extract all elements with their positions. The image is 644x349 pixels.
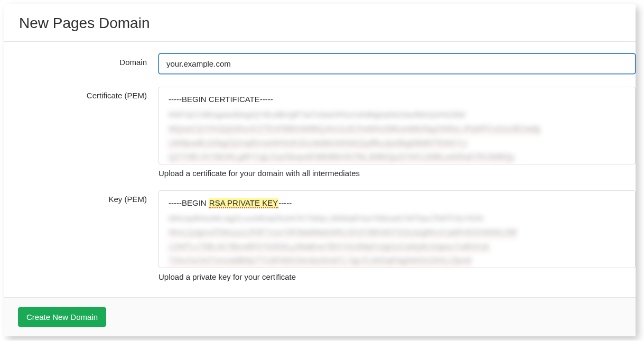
certificate-blurred-content: MIIFXjCCBEagAwIBAgIQYBUdBr/gfFTaiTxl4aH/…	[169, 108, 626, 163]
key-label: Key (PEM)	[4, 190, 158, 204]
key-prefix: -----BEGIN	[169, 198, 209, 207]
form-footer: Create New Domain	[4, 297, 636, 336]
key-textarea[interactable]: -----BEGIN RSA PRIVATE KEY----- MIIUay8H…	[158, 190, 636, 268]
certificate-first-line: -----BEGIN CERTIFICATE-----	[169, 94, 626, 105]
form-row-key: Key (PEM) -----BEGIN RSA PRIVATE KEY----…	[4, 190, 636, 281]
key-control: -----BEGIN RSA PRIVATE KEY----- MIIUay8H…	[158, 190, 636, 281]
certificate-label: Certificate (PEM)	[4, 87, 158, 100]
page-container: New Pages Domain Domain Certificate (PEM…	[4, 4, 636, 336]
certificate-textarea[interactable]: -----BEGIN CERTIFICATE----- MIIFXjCCBEag…	[158, 87, 636, 164]
key-highlight: RSA PRIVATE KEY	[209, 198, 278, 208]
key-blurred-content: MIIUay8HouMLAgDLuucMUaDhuHi7K7SMyLJWWq8Y…	[169, 212, 626, 267]
key-first-line: -----BEGIN RSA PRIVATE KEY-----	[169, 197, 626, 208]
domain-control	[158, 53, 636, 74]
key-suffix: -----	[278, 198, 292, 207]
form-row-domain: Domain	[4, 53, 636, 74]
page-header: New Pages Domain	[4, 4, 636, 42]
domain-label: Domain	[4, 53, 158, 67]
create-domain-button[interactable]: Create New Domain	[18, 307, 106, 327]
certificate-control: -----BEGIN CERTIFICATE----- MIIFXjCCBEag…	[158, 87, 636, 178]
form-body: Domain Certificate (PEM) -----BEGIN CERT…	[4, 42, 636, 297]
domain-input[interactable]	[158, 53, 636, 74]
key-help: Upload a private key for your certificat…	[158, 272, 636, 281]
page-title: New Pages Domain	[19, 15, 621, 32]
certificate-help: Upload a certificate for your domain wit…	[158, 169, 636, 178]
form-row-certificate: Certificate (PEM) -----BEGIN CERTIFICATE…	[4, 87, 636, 178]
